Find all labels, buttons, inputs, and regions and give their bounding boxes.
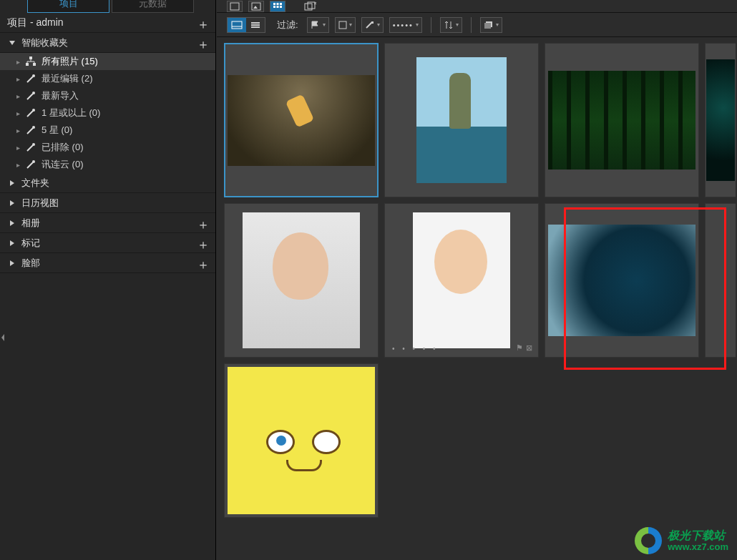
svg-rect-16 bbox=[230, 3, 239, 10]
thumbnail-image bbox=[706, 59, 735, 181]
add-album-icon[interactable]: ＋ bbox=[197, 216, 210, 233]
flag-icon[interactable]: ⚑ bbox=[516, 343, 523, 353]
chevron-right-icon bbox=[7, 238, 17, 248]
thumb-list-icon[interactable] bbox=[246, 18, 265, 32]
smart-collection-label: 智能收藏夹 bbox=[21, 36, 68, 49]
square-icon bbox=[338, 21, 347, 29]
stack-dropdown[interactable]: ▾ bbox=[480, 17, 502, 33]
tree-one-star[interactable]: ▸ 1 星或以上 (0) bbox=[0, 104, 215, 122]
section-label: 相册 bbox=[21, 217, 40, 230]
svg-rect-1 bbox=[29, 57, 32, 59]
svg-rect-33 bbox=[371, 21, 374, 24]
tree-excluded[interactable]: ▸ 已排除 (0) bbox=[0, 139, 215, 156]
calendar-header[interactable]: 日历视图 bbox=[0, 193, 215, 213]
add-tag-icon[interactable]: ＋ bbox=[197, 236, 210, 253]
svg-marker-12 bbox=[10, 220, 14, 226]
tree-five-star[interactable]: ▸ 5 星 (0) bbox=[0, 122, 215, 139]
tree-item-label: 最近编辑 (2) bbox=[42, 72, 93, 85]
tree-cloud[interactable]: ▸ 讯连云 (0) bbox=[0, 156, 215, 173]
tree-item-label: 已排除 (0) bbox=[42, 141, 84, 154]
grid-view-icon[interactable] bbox=[270, 1, 285, 12]
chevron-right-icon: ▸ bbox=[14, 161, 21, 169]
svg-marker-15 bbox=[1, 334, 4, 341]
filter-edit-dropdown[interactable]: ▾ bbox=[361, 17, 384, 33]
single-view-icon[interactable] bbox=[227, 1, 243, 12]
wand-icon bbox=[24, 89, 37, 102]
thumbnail[interactable] bbox=[224, 363, 379, 518]
thumbnail[interactable] bbox=[545, 43, 699, 197]
svg-rect-19 bbox=[273, 3, 275, 5]
tree-recent-import[interactable]: ▸ 最新导入 bbox=[0, 87, 215, 104]
thumbnail[interactable]: • • • • • ⚑ ⊠ bbox=[384, 203, 539, 358]
tags-header[interactable]: 标记 ＋ bbox=[0, 233, 215, 253]
svg-point-5 bbox=[32, 92, 35, 94]
tree-item-label: 1 星或以上 (0) bbox=[42, 107, 100, 119]
chevron-right-icon: ▸ bbox=[14, 144, 21, 152]
thumbnail[interactable] bbox=[384, 43, 539, 197]
svg-rect-26 bbox=[308, 2, 315, 9]
sidebar-tabs: 项目 元数据 bbox=[0, 0, 215, 13]
svg-rect-2 bbox=[26, 63, 29, 66]
smart-collection-tree: ▸ 所有照片 (15) ▸ 最近编辑 (2) ▸ 最新导入 ▸ 1 星或 bbox=[0, 53, 215, 173]
structure-icon bbox=[24, 55, 37, 68]
smart-collection-header[interactable]: 智能收藏夹 ＋ bbox=[0, 33, 215, 53]
filter-rating-dropdown[interactable]: ••••• ▾ bbox=[389, 17, 422, 33]
svg-point-6 bbox=[32, 109, 35, 112]
project-bar[interactable]: 项目 - admin ＋ bbox=[0, 13, 215, 33]
thumbnail[interactable] bbox=[705, 43, 736, 197]
svg-point-8 bbox=[32, 143, 35, 146]
rating-dots[interactable]: • • • • • bbox=[392, 345, 439, 353]
svg-rect-24 bbox=[280, 6, 282, 8]
thumbnail[interactable] bbox=[224, 43, 379, 197]
chevron-right-icon: ▸ bbox=[14, 127, 21, 134]
wand-icon bbox=[24, 107, 37, 119]
svg-point-7 bbox=[32, 126, 35, 129]
section-label: 标记 bbox=[21, 237, 40, 250]
thumbnail[interactable] bbox=[545, 203, 699, 358]
svg-point-9 bbox=[32, 160, 35, 163]
faces-header[interactable]: 脸部 ＋ bbox=[0, 253, 215, 273]
thumbnail[interactable] bbox=[224, 203, 379, 358]
reject-icon[interactable]: ⊠ bbox=[526, 343, 532, 353]
tree-recent-edit[interactable]: ▸ 最近编辑 (2) bbox=[0, 70, 215, 87]
svg-marker-11 bbox=[10, 200, 14, 206]
svg-rect-3 bbox=[33, 63, 36, 66]
brush-icon bbox=[365, 21, 375, 29]
thumbnail-grid: • • • • • ⚑ ⊠ bbox=[224, 43, 737, 518]
tree-item-label: 讯连云 (0) bbox=[42, 158, 84, 171]
svg-rect-21 bbox=[280, 3, 282, 5]
filter-toolbar: 过滤: ▾ ▾ ▾ ••••• ▾ ▾ ▾ bbox=[217, 13, 737, 37]
chevron-right-icon bbox=[7, 258, 17, 268]
stack-icon bbox=[484, 21, 494, 29]
tab-project[interactable]: 项目 bbox=[27, 0, 109, 13]
thumbnail-image bbox=[243, 212, 360, 348]
svg-rect-17 bbox=[252, 3, 260, 10]
caret-down-icon: ▾ bbox=[377, 21, 380, 28]
image-view-icon[interactable] bbox=[248, 1, 264, 12]
thumbnail-image bbox=[416, 57, 507, 183]
filter-label-dropdown[interactable]: ▾ bbox=[335, 17, 356, 33]
add-project-icon[interactable]: ＋ bbox=[197, 16, 210, 33]
albums-header[interactable]: 相册 ＋ bbox=[0, 213, 215, 233]
sidebar-collapse-handle[interactable] bbox=[0, 329, 7, 346]
filter-flag-dropdown[interactable]: ▾ bbox=[307, 17, 329, 33]
thumb-info-on-icon[interactable] bbox=[228, 18, 246, 32]
sort-dropdown[interactable]: ▾ bbox=[440, 17, 462, 33]
tab-metadata[interactable]: 元数据 bbox=[112, 0, 194, 13]
folders-header[interactable]: 文件夹 bbox=[0, 173, 215, 193]
thumbnail[interactable] bbox=[705, 203, 736, 358]
separator bbox=[431, 17, 431, 33]
tree-all-photos[interactable]: ▸ 所有照片 (15) bbox=[0, 53, 215, 70]
compare-view-icon[interactable] bbox=[303, 1, 318, 12]
thumbnail-image bbox=[706, 207, 735, 354]
watermark: 极光下载站 www.xz7.com bbox=[635, 527, 728, 554]
add-smart-collection-icon[interactable]: ＋ bbox=[197, 36, 210, 53]
svg-rect-23 bbox=[277, 6, 279, 8]
caret-down-icon: ▾ bbox=[323, 21, 326, 28]
add-face-icon[interactable]: ＋ bbox=[197, 256, 210, 273]
thumbnail-image bbox=[228, 75, 375, 166]
chevron-right-icon bbox=[7, 198, 17, 208]
svg-marker-0 bbox=[9, 41, 15, 45]
svg-marker-10 bbox=[10, 180, 14, 186]
watermark-logo-icon bbox=[635, 527, 662, 554]
